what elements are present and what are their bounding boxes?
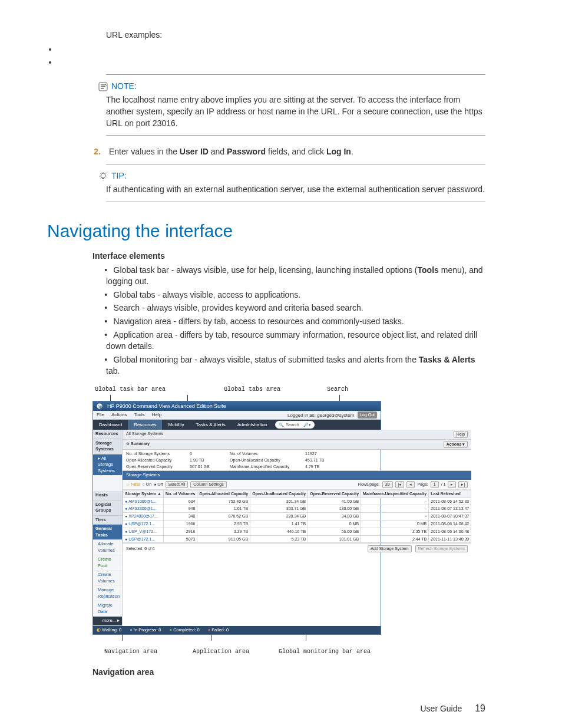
tip-label: TIP: <box>111 170 127 182</box>
sidebar-task-create-volumes[interactable]: Create Volumes <box>93 571 122 586</box>
filter-on[interactable]: ○ On <box>143 482 152 487</box>
sidebar-heading-tiers[interactable]: Tiers <box>93 516 122 525</box>
global-monitoring-bar: Waiting: 0 In Progress: 0 Completed: 0 F… <box>93 626 381 635</box>
sidebar-task-allocate[interactable]: Allocate Volumes <box>93 540 122 555</box>
iface-item: Global task bar - always visible, use fo… <box>106 265 485 288</box>
page-footer: User Guide 19 <box>47 702 485 715</box>
rule <box>106 74 485 75</box>
tab-dashboard[interactable]: Dashboard <box>93 420 128 430</box>
table-row[interactable]: USP@172.1...5073911.05 GB5.23 TB101.01 G… <box>123 535 471 543</box>
table-header[interactable]: No. of Volumes <box>163 490 197 498</box>
tab-resources[interactable]: Resources <box>128 420 162 430</box>
breadcrumb: All Storage Systems <box>126 431 163 438</box>
summary-heading: ☆ Summary <box>126 441 150 448</box>
help-button[interactable]: Help <box>454 431 468 438</box>
page-of: / 1 <box>441 482 446 487</box>
page-prev[interactable]: ◂ <box>406 481 415 488</box>
svg-text:hp: hp <box>98 404 103 409</box>
table-row[interactable]: AMS1000@1...634752.40 GB301.34 GB41.00 G… <box>123 498 471 505</box>
refresh-storage-button[interactable]: Refresh Storage Systems <box>415 545 468 552</box>
fig-label-monitoring: Global monitoring bar area <box>279 648 371 656</box>
sidebar-task-migrate[interactable]: Migrate Data <box>93 601 122 617</box>
tip-icon <box>98 172 108 181</box>
application-area: All Storage Systems Help ☆ Summary Actio… <box>123 430 471 626</box>
logout-button[interactable]: Log Out <box>358 411 377 419</box>
status-failed[interactable]: Failed: 0 <box>208 627 229 634</box>
table-row[interactable]: AMS2300@1...9481.01 TB303.71 GB130.00 GB… <box>123 505 471 513</box>
page-first[interactable]: |◂ <box>395 481 405 488</box>
table-header[interactable]: Last Refreshed <box>429 490 471 498</box>
menu-file[interactable]: File <box>97 411 104 419</box>
sidebar-task-manage-replication[interactable]: Manage Replication <box>93 586 122 601</box>
sidebar-heading-logical-groups[interactable]: Logical Groups <box>93 500 122 516</box>
table-row[interactable]: USP@172.1...19662.93 TB1.41 TB0 MB0 MB20… <box>123 520 471 528</box>
interface-elements-list: Global task bar - always visible, use fo… <box>106 265 485 377</box>
step-text: Enter values in the User ID and Password… <box>109 146 353 158</box>
sidebar-more[interactable]: more... ▸ <box>93 617 122 626</box>
step-2: 2. Enter values in the User ID and Passw… <box>92 146 485 158</box>
status-waiting[interactable]: Waiting: 0 <box>97 627 121 634</box>
filter-button[interactable]: ☆ Filter <box>126 482 140 487</box>
sidebar-item-all-storage[interactable]: ▸ All Storage Systems <box>93 454 122 476</box>
rule <box>106 164 485 164</box>
iface-item: Application area - differs by tab, resou… <box>106 330 485 353</box>
note-icon <box>98 82 108 91</box>
rule <box>106 135 485 136</box>
iface-item: Navigation area - differs by tab, access… <box>106 316 485 328</box>
svg-rect-2 <box>103 178 104 179</box>
url-example-1 <box>58 44 485 55</box>
summary-grid: No. of Storage Systems6No. of Volumes119… <box>123 450 471 471</box>
app-title: HP P9000 Command View Advanced Edition S… <box>107 403 226 410</box>
interface-elements-heading: Interface elements <box>92 251 485 262</box>
section-heading: Navigating the interface <box>47 219 485 243</box>
step-number: 2. <box>92 146 101 158</box>
page-value[interactable]: 1 <box>431 481 439 488</box>
page-next[interactable]: ▸ <box>448 481 456 488</box>
table-header[interactable]: Open-Reserved Capacity <box>308 490 361 498</box>
sidebar-heading-resources: Resources <box>93 430 122 439</box>
table-row[interactable]: USP_V@172...29163.29 TB446.16 TB56.00 GB… <box>123 528 471 535</box>
rows-label: Rows/page: <box>358 482 380 487</box>
app-menubar: File Actions Tools Help Logged in as: ge… <box>93 411 381 420</box>
add-storage-button[interactable]: Add Storage System <box>368 545 411 552</box>
tip-body: If authenticating with an external authe… <box>106 184 485 196</box>
navigation-area-heading: Navigation area <box>92 667 485 678</box>
sidebar-task-create-pool[interactable]: Create Pool <box>93 555 122 571</box>
interface-figure: Global task bar area Global tabs area Se… <box>92 386 381 657</box>
table-header[interactable]: Open-Unallocated Capacity <box>250 490 308 498</box>
global-tabs: Dashboard Resources Mobility Tasks & Ale… <box>93 420 381 430</box>
hp-logo-icon: hp <box>97 403 104 409</box>
storage-systems-heading: Storage Systems <box>123 471 471 480</box>
menu-help[interactable]: Help <box>152 411 161 419</box>
url-examples-list <box>47 44 485 68</box>
filter-off[interactable]: ● Off <box>154 482 163 487</box>
page-last[interactable]: ▸| <box>458 481 468 488</box>
fig-label-nav: Navigation area <box>104 648 157 656</box>
table-toolbar: ☆ Filter ○ On ● Off Select All Column Se… <box>123 480 471 490</box>
logged-in-label: Logged in as: george3@system <box>287 412 354 419</box>
actions-button[interactable]: Actions ▾ <box>444 441 468 448</box>
table-header[interactable]: Open-Allocated Capacity <box>197 490 250 498</box>
status-progress[interactable]: In Progress: 0 <box>130 627 161 634</box>
rows-value[interactable]: 30 <box>382 481 393 488</box>
note-label: NOTE: <box>111 81 137 93</box>
table-row[interactable]: XP24000@17...340876.52 GB220.34 GB34.00 … <box>123 513 471 521</box>
menu-actions[interactable]: Actions <box>111 411 127 419</box>
sidebar-heading-hosts[interactable]: Hosts <box>93 491 122 500</box>
column-settings-button[interactable]: Column Settings <box>190 481 226 488</box>
sidebar-heading-storage: Storage Systems <box>93 439 122 454</box>
iface-item: Global monitoring bar - always visible, … <box>106 354 485 377</box>
storage-table: Storage System ▲No. of VolumesOpen-Alloc… <box>123 490 471 543</box>
table-header[interactable]: Storage System ▲ <box>123 490 164 498</box>
table-header[interactable]: Mainframe-Unspecified Capacity <box>361 490 429 498</box>
menu-tools[interactable]: Tools <box>134 411 145 419</box>
tab-tasks-alerts[interactable]: Tasks & Alerts <box>190 420 232 430</box>
tab-administration[interactable]: Administration <box>232 420 273 430</box>
app-titlebar: hp HP P9000 Command View Advanced Editio… <box>93 401 381 411</box>
tab-mobility[interactable]: Mobility <box>162 420 190 430</box>
status-completed[interactable]: Completed: 0 <box>170 627 200 634</box>
iface-item: Search - always visible, provides keywor… <box>106 302 485 314</box>
search-input[interactable]: 🔍 Search 🔎▾ <box>275 421 314 429</box>
note-body: The localhost name entry above implies y… <box>106 94 485 129</box>
select-all-button[interactable]: Select All <box>166 481 189 488</box>
